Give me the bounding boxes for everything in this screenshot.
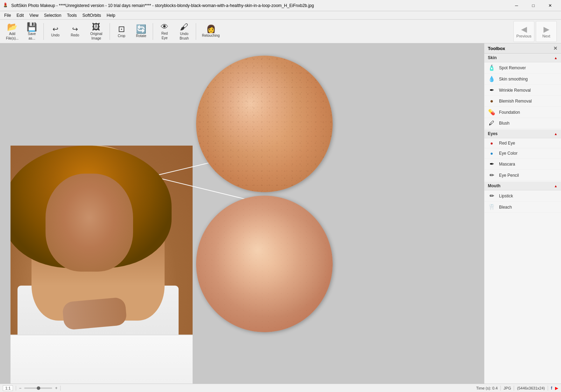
- tool-eye-pencil[interactable]: ✏ Eye Pencil: [484, 170, 561, 181]
- menu-view[interactable]: View: [27, 12, 41, 19]
- tool-mascara[interactable]: ✒ Mascara: [484, 159, 561, 170]
- red-eye-icon: 👁: [161, 23, 168, 31]
- menu-bar: File Edit View Selection Tools SoftOrbit…: [0, 11, 561, 20]
- red-eye-button[interactable]: 👁 Red Eye: [155, 21, 174, 42]
- eyes-section-arrow: ▲: [554, 132, 557, 136]
- eye-pencil-icon: ✏: [488, 172, 496, 178]
- time-label: Time (s): 0.4: [476, 386, 498, 390]
- menu-help[interactable]: Help: [104, 12, 118, 19]
- retouching-button[interactable]: 👩 Retouching: [198, 21, 223, 42]
- toolbox-close-icon[interactable]: ✕: [553, 46, 557, 51]
- undo-brush-icon: 🖌: [180, 23, 188, 31]
- next-icon: ▶: [543, 25, 549, 34]
- zoom-in-button[interactable]: +: [55, 386, 57, 391]
- tool-bleach[interactable]: 🦷 Bleach: [484, 202, 561, 213]
- crop-button[interactable]: ⊡ Crop: [112, 21, 131, 42]
- status-div-2: [60, 386, 61, 391]
- redo-button[interactable]: ↪ Redo: [65, 21, 84, 42]
- mouth-section-label: Mouth: [488, 183, 500, 188]
- canvas-area[interactable]: [0, 43, 484, 384]
- skin-smoothing-icon: 💧: [488, 76, 496, 82]
- mouth-section-header[interactable]: Mouth ▲: [484, 182, 561, 190]
- menu-tools[interactable]: Tools: [64, 12, 79, 19]
- bleach-label: Bleach: [499, 205, 512, 210]
- red-eye-label2: Eye: [161, 36, 167, 40]
- status-div-5: [548, 386, 548, 391]
- skin-section-label: Skin: [488, 55, 497, 60]
- tool-lipstick[interactable]: ✏ Lipstick: [484, 190, 561, 202]
- rotate-label: Rotate: [136, 34, 146, 38]
- eye-pencil-label: Eye Pencil: [499, 173, 519, 178]
- tool-blush[interactable]: 🖊 Blush: [484, 118, 561, 129]
- redo-label: Redo: [71, 33, 79, 37]
- retouching-label: Retouching: [202, 34, 220, 37]
- app-icon: 💄: [3, 2, 9, 9]
- save-label: Save: [28, 32, 36, 36]
- add-file-label2: File(s)...: [6, 36, 19, 40]
- toolbox-panel: Toolbox ✕ Skin ▲ 🧴 Spot Remover 💧 Skin s…: [484, 43, 561, 384]
- red-eye-toolbox-icon: ●: [488, 140, 496, 146]
- undo-button[interactable]: ↩ Undo: [46, 21, 65, 42]
- window-title: SoftSkin Photo Makeup - ****Unregistered…: [11, 3, 508, 8]
- lipstick-label: Lipstick: [499, 194, 513, 198]
- menu-selection[interactable]: Selection: [41, 12, 64, 19]
- save-icon: 💾: [27, 23, 37, 31]
- tool-foundation[interactable]: 💊 Foundation: [484, 107, 561, 118]
- crop-label: Crop: [118, 34, 125, 38]
- menu-edit[interactable]: Edit: [14, 12, 27, 19]
- prev-label: Previous: [517, 34, 532, 38]
- undo-brush-button[interactable]: 🖌 Undo Brush: [175, 21, 194, 42]
- toolbar-sep-3: [153, 23, 153, 40]
- rotate-button[interactable]: 🔄 Rotate: [132, 21, 151, 42]
- original-image-button[interactable]: 🖼 Original Image: [85, 21, 108, 42]
- original-image-label2: Image: [91, 36, 101, 40]
- menu-softorbits[interactable]: SoftOrbits: [79, 12, 104, 19]
- undo-icon: ↩: [53, 26, 58, 33]
- facebook-icon[interactable]: f: [551, 386, 552, 391]
- mouth-section-arrow: ▲: [554, 184, 557, 188]
- undo-label: Undo: [51, 33, 60, 37]
- status-bar: 1:1 − + Time (s): 0.4 JPG (5446x3631x24)…: [0, 384, 561, 392]
- add-file-button[interactable]: 📂 Add File(s)...: [3, 21, 22, 42]
- next-button[interactable]: ▶ Next: [536, 21, 557, 42]
- previous-button[interactable]: ◀ Previous: [513, 21, 534, 42]
- save-as-button[interactable]: 💾 Save as...: [22, 21, 41, 42]
- zoom-slider-track[interactable]: [24, 387, 52, 389]
- red-eye-toolbox-label: Red Eye: [499, 141, 515, 146]
- tool-skin-smoothing[interactable]: 💧 Skin smoothing: [484, 74, 561, 85]
- toolbar: 📂 Add File(s)... 💾 Save as... ↩ Undo ↪ R…: [0, 20, 561, 43]
- eye-color-icon: ●: [488, 150, 496, 156]
- foundation-label: Foundation: [499, 110, 520, 115]
- youtube-icon[interactable]: ▶: [555, 386, 558, 391]
- status-div-3: [500, 386, 501, 391]
- eyes-section-label: Eyes: [488, 131, 498, 136]
- red-eye-label: Red: [161, 31, 168, 35]
- tool-eye-color[interactable]: ● Eye Color: [484, 148, 561, 159]
- eyes-section-header[interactable]: Eyes ▲: [484, 130, 561, 138]
- status-mode: 1:1: [3, 385, 13, 391]
- toolbox-title: Toolbox: [488, 46, 505, 51]
- tool-blemish-removal[interactable]: ● Blemish Removal: [484, 96, 561, 107]
- tool-spot-remover[interactable]: 🧴 Spot Remover: [484, 62, 561, 74]
- close-button[interactable]: ✕: [542, 0, 558, 11]
- redo-icon: ↪: [72, 26, 78, 33]
- menu-file[interactable]: File: [1, 12, 14, 19]
- spot-remover-icon: 🧴: [488, 64, 496, 71]
- zoom-out-button[interactable]: −: [19, 386, 21, 391]
- skin-section-header[interactable]: Skin ▲: [484, 54, 561, 62]
- tool-red-eye[interactable]: ● Red Eye: [484, 138, 561, 148]
- woman-body: [11, 146, 193, 384]
- skin-circle-top: [196, 56, 333, 192]
- tool-wrinkle-removal[interactable]: ✒ Wrinkle Removal: [484, 85, 561, 96]
- window-controls: ─ □ ✕: [508, 0, 558, 11]
- undo-brush-label: Undo: [180, 32, 188, 36]
- prev-icon: ◀: [521, 25, 527, 34]
- maximize-button[interactable]: □: [525, 0, 541, 11]
- foundation-icon: 💊: [488, 109, 496, 115]
- mascara-label: Mascara: [499, 162, 515, 167]
- rotate-icon: 🔄: [136, 25, 146, 33]
- bleach-icon: 🦷: [488, 204, 496, 210]
- blemish-removal-label: Blemish Removal: [499, 99, 532, 104]
- minimize-button[interactable]: ─: [508, 0, 525, 11]
- status-div-1: [16, 386, 16, 391]
